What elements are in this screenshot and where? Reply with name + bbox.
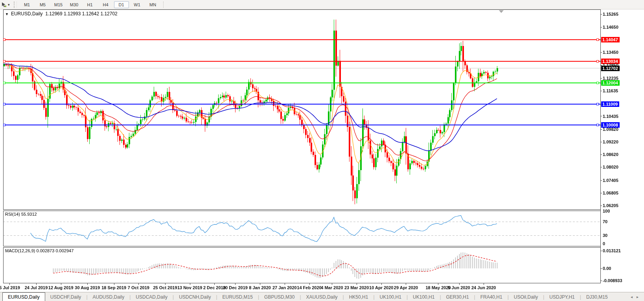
date-tick-label: 5 Jul 2019 bbox=[0, 285, 20, 290]
date-tick-label: 4 Mar 2020 bbox=[321, 285, 343, 290]
price-tick-label: 1.11635 bbox=[603, 88, 618, 93]
price-tick-label: 1.09820 bbox=[603, 127, 618, 132]
hline-price-label[interactable]: 1.11009 bbox=[601, 101, 619, 107]
price-tick-label: 1.07405 bbox=[603, 178, 618, 183]
date-tick-label: 29 Apr 2020 bbox=[394, 285, 418, 290]
chart-tabs: EURUSD,DailyUSDCHF,Daily|AUDUSD,Daily|US… bbox=[0, 292, 613, 301]
chart-tab-fra40-h1[interactable]: FRA40,H1 bbox=[475, 292, 508, 301]
chart-tab-usdcad-daily[interactable]: USDCAD,Daily bbox=[131, 292, 173, 301]
rsi-tick-label: 30 bbox=[603, 233, 607, 238]
chart-symbol-period: EURUSD,Daily bbox=[11, 11, 43, 17]
price-tick-label: 1.06205 bbox=[603, 203, 618, 208]
price-tick-label: 1.08620 bbox=[603, 152, 618, 157]
chart-tab-eurusd-daily[interactable]: EURUSD,Daily bbox=[2, 292, 45, 301]
price-tick-label: 1.09220 bbox=[603, 139, 618, 144]
price-tick-label: 1.15265 bbox=[603, 12, 618, 17]
price-tick-label: 1.10435 bbox=[603, 114, 618, 119]
price-tick-label: 1.08020 bbox=[603, 165, 618, 169]
date-tick-label: 24 Jun 2020 bbox=[471, 285, 496, 290]
date-tick-label: 25 Oct 2019 bbox=[153, 285, 177, 290]
price-tick-label: 1.06805 bbox=[603, 191, 618, 195]
date-tick-label: 2 Dec 2019 bbox=[203, 285, 226, 290]
chart-tab-usoil-daily[interactable]: USOil,Daily bbox=[509, 292, 543, 301]
chart-tab-dj30-m15[interactable]: DJ30,M15 bbox=[581, 292, 613, 301]
chart-tab-ger30-h1[interactable]: GER30,H1 bbox=[441, 292, 474, 301]
rsi-tick-label: 70 bbox=[603, 219, 607, 224]
macd-indicator-label: MACD(12,26,9) 0.002873 0.002947 bbox=[5, 248, 74, 253]
date-tick-label: 23 Mar 2020 bbox=[344, 285, 369, 290]
date-tick-label: 27 Jan 2020 bbox=[272, 285, 297, 290]
price-tick-label: 1.14650 bbox=[603, 25, 618, 29]
date-tick-label: 10 Apr 2020 bbox=[369, 285, 393, 290]
price-tick-label: 1.12235 bbox=[603, 76, 618, 81]
date-tick-label: 18 Sep 2019 bbox=[101, 285, 126, 290]
chart-collapse-icon[interactable]: ▼ bbox=[5, 12, 9, 16]
rsi-tick-label: 0 bbox=[603, 241, 605, 246]
main-chart-canvas[interactable] bbox=[0, 0, 644, 301]
date-tick-label: 8 Jan 2020 bbox=[249, 285, 271, 290]
scroll-right-icon[interactable]: ▸ bbox=[637, 295, 638, 299]
date-tick-label: 14 Feb 2020 bbox=[297, 285, 321, 290]
rsi-tick-label: 100 bbox=[603, 209, 610, 213]
chart-tab-xauusd-daily[interactable]: XAUUSD,Daily bbox=[301, 292, 343, 301]
date-tick-label: 24 Jul 2019 bbox=[25, 285, 48, 290]
trading-app-window: ▾ M1M5M15M30H1H4D1W1MN ▼EURUSD,Daily 1.1… bbox=[0, 0, 644, 301]
chart-tab-audusd-daily[interactable]: AUDUSD,Daily bbox=[88, 292, 130, 301]
date-tick-label: 30 Aug 2019 bbox=[75, 285, 100, 290]
chart-tab-usdcnh-daily[interactable]: USDCNH,Daily bbox=[174, 292, 216, 301]
macd-tick-label: 0.013121 bbox=[603, 248, 621, 253]
chart-tab-uk100-h1[interactable]: UK100,H1 bbox=[375, 292, 407, 301]
date-tick-label: 13 Nov 2019 bbox=[177, 285, 202, 290]
date-tick-label: 12 Aug 2019 bbox=[48, 285, 74, 290]
chart-tab-hk50-h1[interactable]: HK50,H1 bbox=[344, 292, 374, 301]
chart-tab-usdchf-daily[interactable]: USDCHF,Daily bbox=[45, 292, 86, 301]
date-tick-label: 7 Oct 2019 bbox=[128, 285, 149, 290]
hline-price-label[interactable]: 1.12004 bbox=[601, 80, 620, 86]
chart-title: ▼EURUSD,Daily 1.12969 1.12993 1.12642 1.… bbox=[5, 11, 118, 17]
chart-ohlc-values: 1.12969 1.12993 1.12642 1.12702 bbox=[45, 11, 118, 17]
tab-scroll-arrows: ◂ ▸ bbox=[631, 292, 644, 301]
chart-tab-gbpusd-m30[interactable]: GBPUSD,M30 bbox=[259, 292, 300, 301]
macd-tick-label: 0.00 bbox=[603, 266, 611, 271]
chart-tab-usdjpy-h1[interactable]: USDJPY,H1 bbox=[544, 292, 580, 301]
current-price-label[interactable]: 1.12702 bbox=[601, 66, 620, 71]
chart-tab-uk100-h1[interactable]: UK100,H1 bbox=[408, 292, 440, 301]
date-tick-label: 5 Jun 2020 bbox=[448, 285, 470, 290]
chart-tab-eurusd-m15[interactable]: EURUSD,M15 bbox=[217, 292, 258, 301]
rsi-indicator-label: RSI(14) 55.9312 bbox=[5, 212, 37, 217]
macd-tick-label: -0.008933 bbox=[603, 278, 622, 283]
date-tick-label: 20 Dec 2019 bbox=[223, 285, 248, 290]
date-tick-label: 18 May 2020 bbox=[425, 285, 451, 290]
scroll-left-icon[interactable]: ◂ bbox=[631, 295, 633, 299]
chart-tab-bar: EURUSD,DailyUSDCHF,Daily|AUDUSD,Daily|US… bbox=[0, 292, 644, 301]
hline-price-label[interactable]: 1.14047 bbox=[601, 37, 620, 42]
price-tick-label: 1.13450 bbox=[603, 50, 618, 55]
